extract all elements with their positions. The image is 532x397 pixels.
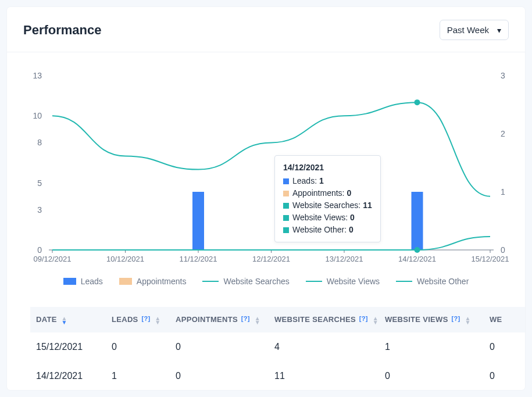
tooltip-row: Leads: 1 [283, 175, 372, 187]
svg-text:1: 1 [501, 187, 505, 196]
svg-text:13/12/2021: 13/12/2021 [325, 255, 363, 263]
help-icon[interactable]: [?] [141, 315, 150, 322]
legend-swatch-views [306, 281, 322, 282]
svg-text:3: 3 [501, 71, 505, 80]
svg-text:3: 3 [37, 205, 42, 214]
sort-icon: ▲▼ [155, 316, 160, 324]
sort-icon: ▲▼ [373, 316, 379, 324]
svg-text:10/12/2021: 10/12/2021 [106, 255, 144, 263]
table-cell: 1 [379, 332, 484, 362]
table-cell: 11 [269, 362, 379, 390]
svg-text:5: 5 [37, 178, 42, 188]
tooltip-swatch [283, 191, 289, 196]
tooltip-swatch [283, 178, 289, 184]
card-header: Performance Past Week ▾ [7, 7, 525, 52]
col-searches[interactable]: WEBSITE SEARCHES [?] ▲▼ [269, 307, 379, 332]
page-title: Performance [23, 23, 102, 38]
tooltip-row: Website Views: 0 [283, 212, 372, 224]
chart-legend: Leads Appointments Website Searches Webs… [7, 277, 525, 286]
help-icon[interactable]: [?] [359, 315, 368, 322]
sort-icon: ▲▼ [255, 316, 260, 324]
svg-text:0: 0 [37, 245, 42, 255]
svg-text:11/12/2021: 11/12/2021 [179, 255, 217, 263]
tooltip-date: 14/12/2021 [283, 162, 372, 174]
table-cell: 15/12/2021 [30, 332, 106, 362]
chevron-down-icon: ▾ [497, 26, 501, 35]
tooltip-row: Appointments: 0 [283, 187, 372, 199]
col-leads[interactable]: LEADS [?] ▲▼ [106, 307, 170, 332]
col-appointments[interactable]: APPOINTMENTS [?] ▲▼ [170, 307, 269, 332]
table-cell: 1 [106, 362, 170, 390]
table-cell: 0 [484, 332, 525, 362]
table-cell: 0 [170, 332, 269, 362]
table-cell: 4 [269, 332, 379, 362]
col-views[interactable]: WEBSITE VIEWS [?] ▲▼ [379, 307, 484, 332]
svg-text:09/12/2021: 09/12/2021 [33, 255, 71, 263]
chart-canvas: 03581013012309/12/202110/12/202111/12/20… [7, 64, 525, 273]
svg-point-28 [415, 247, 420, 253]
performance-card: Performance Past Week ▾ 03581013012309/1… [7, 7, 525, 390]
svg-rect-25 [192, 192, 204, 250]
legend-other[interactable]: Website Other [396, 277, 469, 286]
svg-text:15/12/2021: 15/12/2021 [471, 255, 509, 263]
table-cell: 0 [170, 362, 269, 390]
legend-views[interactable]: Website Views [306, 277, 380, 286]
table-row[interactable]: 14/12/2021101100 [30, 362, 525, 390]
svg-rect-26 [412, 192, 423, 250]
table-cell: 14/12/2021 [30, 362, 106, 390]
col-other[interactable]: WE [484, 307, 525, 332]
legend-swatch-leads [63, 278, 76, 285]
chart-tooltip: 14/12/2021 Leads: 1Appointments: 0Websit… [274, 155, 381, 242]
legend-swatch-appointments [119, 278, 132, 285]
tooltip-swatch [283, 227, 289, 233]
legend-leads[interactable]: Leads [63, 277, 103, 286]
svg-text:14/12/2021: 14/12/2021 [398, 255, 436, 263]
timerange-selected: Past Week [447, 25, 489, 35]
legend-swatch-searches [202, 281, 219, 282]
col-date[interactable]: DATE ▲▼ [30, 307, 106, 332]
tooltip-row: Website Other: 0 [283, 224, 372, 236]
table-cell: 0 [484, 362, 525, 390]
data-table-wrap: DATE ▲▼ LEADS [?] ▲▼ APPOINTMENTS [?] ▲▼ [7, 307, 525, 390]
legend-searches[interactable]: Website Searches [202, 277, 289, 286]
svg-point-27 [415, 99, 420, 105]
sort-icon: ▲▼ [62, 316, 67, 324]
svg-text:0: 0 [501, 245, 505, 255]
svg-text:8: 8 [37, 138, 42, 147]
table-cell: 0 [106, 332, 170, 362]
legend-appointments[interactable]: Appointments [119, 277, 187, 286]
data-table: DATE ▲▼ LEADS [?] ▲▼ APPOINTMENTS [?] ▲▼ [30, 307, 525, 390]
performance-chart[interactable]: 03581013012309/12/202110/12/202111/12/20… [7, 64, 525, 296]
tooltip-row: Website Searches: 11 [283, 199, 372, 212]
tooltip-swatch [283, 215, 289, 221]
svg-text:2: 2 [501, 129, 505, 138]
help-icon[interactable]: [?] [452, 315, 460, 322]
legend-swatch-other [396, 281, 412, 282]
svg-text:12/12/2021: 12/12/2021 [252, 255, 290, 263]
sort-icon: ▲▼ [465, 316, 470, 324]
table-cell: 0 [379, 362, 484, 390]
svg-text:13: 13 [33, 71, 42, 80]
tooltip-swatch [283, 203, 289, 209]
table-header-row: DATE ▲▼ LEADS [?] ▲▼ APPOINTMENTS [?] ▲▼ [30, 307, 525, 332]
table-row[interactable]: 15/12/202100410 [30, 332, 525, 362]
help-icon[interactable]: [?] [241, 315, 250, 322]
svg-text:10: 10 [33, 111, 42, 120]
timerange-dropdown[interactable]: Past Week ▾ [440, 20, 509, 40]
